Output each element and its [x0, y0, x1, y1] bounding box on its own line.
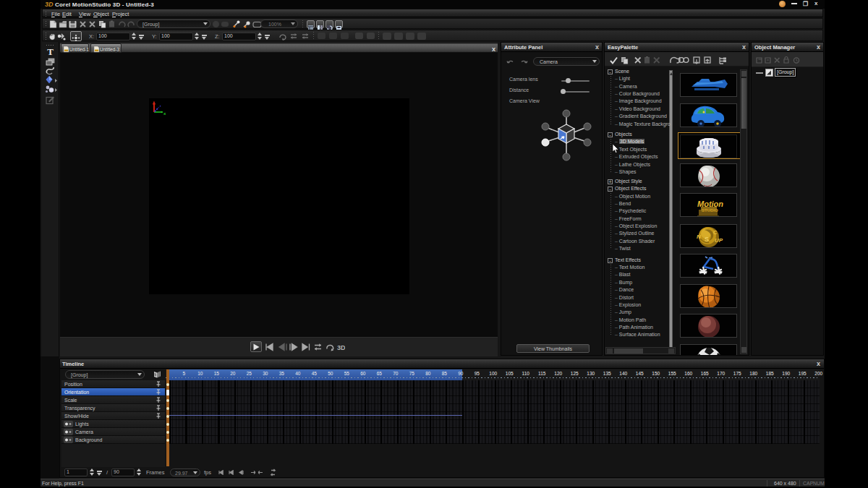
svg-text:STUDIO: STUDIO — [702, 208, 718, 213]
svg-text:S: S — [705, 236, 709, 243]
svg-text:C: C — [713, 230, 717, 235]
svg-text:N: N — [697, 234, 701, 240]
svg-text:Motion: Motion — [697, 200, 723, 208]
svg-text:x: x — [163, 111, 166, 116]
svg-text:UP: UP — [715, 237, 723, 244]
svg-text:3D: 3D — [337, 344, 345, 351]
